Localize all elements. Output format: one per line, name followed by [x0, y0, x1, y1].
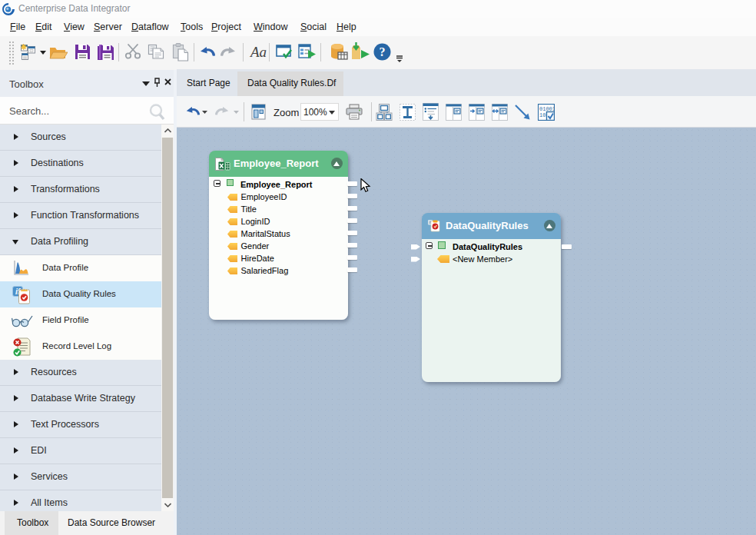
svg-text:?: ? [380, 45, 386, 58]
svg-text:10: 10 [539, 112, 545, 118]
svg-text:01001: 01001 [539, 106, 555, 112]
